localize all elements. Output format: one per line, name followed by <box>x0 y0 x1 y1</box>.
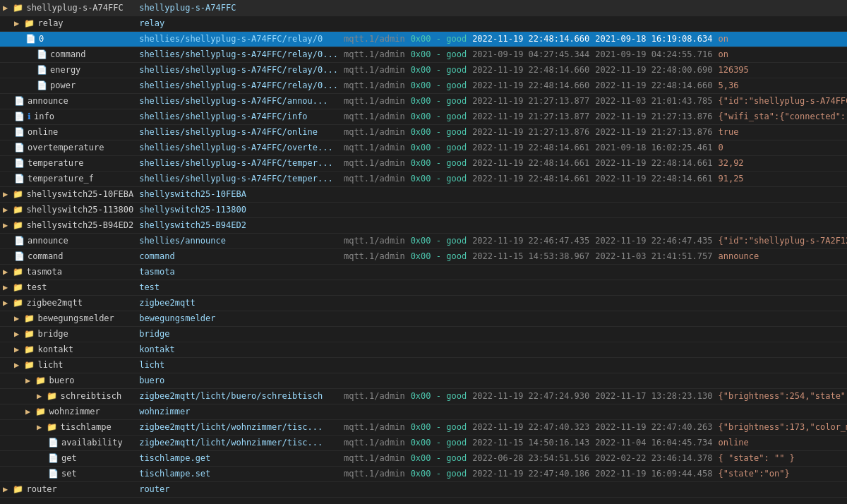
row-qos <box>408 202 469 217</box>
table-row[interactable]: ▶ 📁schreibtischzigbee2mqtt/licht/buero/s… <box>0 388 847 404</box>
row-name: ▶ 📁tischlampe <box>0 419 136 435</box>
table-row[interactable]: 📄0shellies/shellyplug-s-A74FFC/relay/0mq… <box>0 31 847 47</box>
row-name-text: info <box>34 112 54 121</box>
row-timestamp1 <box>469 16 592 31</box>
row-name-text: availability <box>61 438 123 448</box>
table-row[interactable]: 📄energyshellies/shellyplug-s-A74FFC/rela… <box>0 62 847 78</box>
table-row[interactable]: 📄temperatureshellies/shellyplug-s-A74FFC… <box>0 155 847 171</box>
row-user <box>341 342 408 357</box>
row-topic: bridge <box>136 326 341 342</box>
table-row[interactable]: 📄availabilityzigbee2mqtt/licht/wohnzimme… <box>0 435 847 450</box>
row-value <box>715 326 847 342</box>
row-qos: 0x00 - good <box>408 109 469 124</box>
row-user: mqtt.1/admin <box>341 171 408 186</box>
table-row[interactable]: 📄overtemperatureshellies/shellyplug-s-A7… <box>0 140 847 155</box>
row-user <box>341 280 408 295</box>
row-timestamp2 <box>592 295 715 311</box>
row-name: 📄announce <box>0 233 136 248</box>
table-row[interactable]: ▶ 📁testtest664 ✏ 🗑 ⚙ <box>0 280 847 295</box>
table-row[interactable]: ▶ 📁shellyplug-s-A74FFCshellyplug-s-A74FF… <box>0 0 847 16</box>
row-qos: 0x00 - good <box>408 419 469 435</box>
row-user <box>341 481 408 497</box>
row-timestamp2: 2022-11-19 16:09:44.458 <box>592 466 715 481</box>
row-qos <box>408 295 469 311</box>
row-user <box>341 264 408 280</box>
row-name-text: power <box>50 80 76 90</box>
row-user <box>341 186 408 202</box>
table-row[interactable]: ▶ 📁lichtlicht664 ✏ 🗑 ⚙ <box>0 357 847 373</box>
row-timestamp1 <box>469 373 592 388</box>
row-value <box>715 186 847 202</box>
table-row[interactable]: ▶ 📁relayrelay664 ✏ 🗑 ⚙ <box>0 16 847 31</box>
row-name-text: shellyswitch25-10FEBA <box>26 189 133 199</box>
row-name: 📄announce <box>0 93 136 109</box>
table-row[interactable]: ▶ 📁buerobuero664 ✏ 🗑 ⚙ <box>0 373 847 388</box>
row-user <box>341 0 408 16</box>
table-row[interactable]: ▶ 📁shellyswitch25-B94ED2shellyswitch25-B… <box>0 217 847 233</box>
table-row[interactable]: ▶ 📁shellyswitch25-113800shellyswitch25-1… <box>0 202 847 217</box>
row-qos <box>408 217 469 233</box>
table-row[interactable]: ▶ 📁kontaktkontakt664 ✏ 🗑 ⚙ <box>0 342 847 357</box>
row-topic: relay <box>136 16 341 31</box>
row-timestamp2: 2021-09-18 16:19:08.634 <box>592 31 715 47</box>
row-timestamp1: 2022-11-15 14:53:38.967 <box>469 248 592 264</box>
row-name: ▶ 📁bridge <box>0 326 136 342</box>
main-table-container[interactable]: ▶ 📁shellyplug-s-A74FFCshellyplug-s-A74FF… <box>0 0 847 504</box>
row-value <box>715 264 847 280</box>
table-row[interactable]: ▶ 📁tasmotatasmota664 ✏ 🗑 ⚙ <box>0 264 847 280</box>
row-value: {"state":"on"} <box>715 466 847 481</box>
row-qos <box>408 326 469 342</box>
row-topic: shellies/shellyplug-s-A74FFC/annou... <box>136 93 341 109</box>
row-topic: shellies/announce <box>136 233 341 248</box>
file-icon: 📄 <box>48 469 59 479</box>
row-topic: licht <box>136 357 341 373</box>
row-value <box>715 202 847 217</box>
row-topic: zigbee2mqtt/licht/wohnzimmer/tisc... <box>136 435 341 450</box>
row-timestamp2: 2022-02-22 23:46:14.378 <box>592 450 715 466</box>
row-user: mqtt.1/admin <box>341 140 408 155</box>
row-name-text: schreibtisch <box>60 391 121 401</box>
row-timestamp1 <box>469 295 592 311</box>
row-qos: 0x00 - good <box>408 140 469 155</box>
table-row[interactable]: 📄commandcommandmqtt.1/admin0x00 - good20… <box>0 248 847 264</box>
table-row[interactable]: 📄temperature_fshellies/shellyplug-s-A74F… <box>0 171 847 186</box>
table-row[interactable]: ▶ 📁bewegungsmelderbewegungsmelder664 ✏ 🗑… <box>0 311 847 326</box>
row-topic: tasmota <box>136 264 341 280</box>
table-row[interactable]: ▶ 📁wohnzimmerwohnzimmer664 ✏ 🗑 ⚙ <box>0 404 847 419</box>
row-name: 📄set <box>0 466 136 481</box>
row-timestamp2 <box>592 0 715 16</box>
folder-icon: ▶ 📁 <box>37 391 57 401</box>
table-row[interactable]: ▶ 📁shellyswitch25-10FEBAshellyswitch25-1… <box>0 186 847 202</box>
table-row[interactable]: 📄commandshellies/shellyplug-s-A74FFC/rel… <box>0 47 847 62</box>
row-qos <box>408 373 469 388</box>
row-qos <box>408 280 469 295</box>
file-icon: 📄 <box>48 453 59 463</box>
table-row[interactable]: ▶ 📁routerrouter664 ✏ 🗑 ⚙ <box>0 481 847 497</box>
row-timestamp2 <box>592 342 715 357</box>
row-user <box>341 326 408 342</box>
row-timestamp2: 2022-11-19 21:27:13.876 <box>592 124 715 140</box>
table-row[interactable]: 📄settischlampe.setmqtt.1/admin0x00 - goo… <box>0 466 847 481</box>
row-name-text: licht <box>37 360 63 370</box>
row-qos <box>408 264 469 280</box>
table-row[interactable]: ▶ 📁tischlampezigbee2mqtt/licht/wohnzimme… <box>0 419 847 435</box>
table-row[interactable]: 📄announceshellies/shellyplug-s-A74FFC/an… <box>0 93 847 109</box>
table-row[interactable]: 📄powershellies/shellyplug-s-A74FFC/relay… <box>0 78 847 93</box>
info-icon[interactable]: ℹ <box>28 112 31 121</box>
file-icon: 📄 <box>37 49 47 59</box>
row-user: mqtt.1/admin <box>341 78 408 93</box>
table-row[interactable]: ▶ 📁bridgebridge664 ✏ 🗑 ⚙ <box>0 326 847 342</box>
row-name-text: command <box>50 49 86 59</box>
row-timestamp2 <box>592 186 715 202</box>
row-value <box>715 16 847 31</box>
row-user: mqtt.1/admin <box>341 233 408 248</box>
row-name: 📄get <box>0 450 136 466</box>
table-row[interactable]: 📄ℹinfoshellies/shellyplug-s-A74FFC/infom… <box>0 109 847 124</box>
table-row[interactable]: 📄gettischlampe.getmqtt.1/admin0x00 - goo… <box>0 450 847 466</box>
table-row[interactable]: 📄onlineshellies/shellyplug-s-A74FFC/onli… <box>0 124 847 140</box>
table-row[interactable]: ▶ 📁zigbee2mqttzigbee2mqtt664 ✏ 🗑 ⚙ <box>0 295 847 311</box>
table-row[interactable]: 📄announceshellies/announcemqtt.1/admin0x… <box>0 233 847 248</box>
row-name-text: wohnzimmer <box>49 407 100 416</box>
row-timestamp1 <box>469 186 592 202</box>
folder-icon: ▶ 📁 <box>3 282 23 292</box>
